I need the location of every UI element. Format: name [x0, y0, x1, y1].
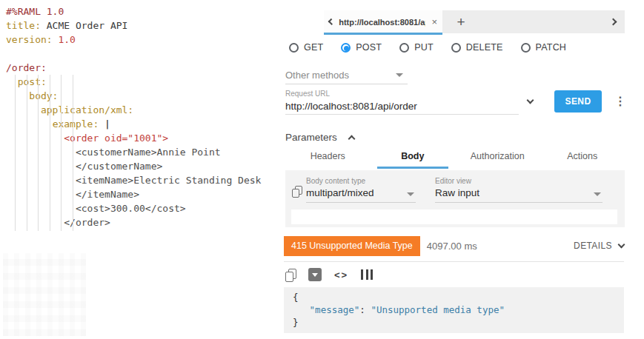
dropdown-arrow-icon: [594, 192, 601, 196]
screenshot-root: #%RAML 1.0title: ACME Order APIversion: …: [0, 0, 644, 339]
code-line: <order oid="1001">: [6, 131, 302, 145]
response-toolbar: <>: [285, 268, 373, 281]
chevron-down-icon: [618, 241, 625, 248]
code-line: <itemName>Electric Standing Desk: [6, 173, 302, 187]
request-url-label: Request URL: [285, 90, 330, 98]
json-line: }: [293, 316, 615, 329]
editor-view-label: Editor view: [435, 177, 602, 185]
active-tab-underline: [377, 167, 448, 169]
divider: [284, 261, 624, 262]
status-badge: 415 Unsupported Media Type: [284, 236, 420, 256]
code-line: example: |: [6, 117, 302, 131]
kebab-menu-icon[interactable]: ⋮: [614, 93, 626, 110]
active-tab-underline: [324, 33, 442, 35]
code-line: application/xml:: [6, 103, 302, 117]
parameters-header[interactable]: Parameters: [285, 132, 354, 143]
method-radio-delete[interactable]: DELETE: [451, 42, 503, 53]
params-tabs: HeadersBodyAuthorizationActions: [285, 147, 625, 169]
tab-headers[interactable]: Headers: [285, 147, 371, 169]
editor-view-select[interactable]: Editor view Raw input: [435, 177, 602, 203]
code-line: version: 1.0: [6, 33, 302, 47]
tab-scroll-left-icon[interactable]: [328, 19, 334, 25]
method-label: PUT: [414, 42, 434, 53]
radio-icon[interactable]: [399, 43, 409, 53]
editor-view-value: Raw input: [435, 187, 602, 198]
tab-scroll-right-icon[interactable]: [610, 19, 617, 26]
details-label: DETAILS: [574, 241, 612, 251]
copy-icon[interactable]: [292, 186, 302, 198]
code-line: body:: [6, 89, 302, 103]
send-button[interactable]: SEND: [554, 90, 602, 113]
url-expand-icon[interactable]: [527, 97, 534, 104]
code-line: title: ACME Order API: [6, 19, 302, 33]
radio-icon[interactable]: [341, 43, 351, 53]
other-methods-dropdown[interactable]: Other methods: [285, 67, 408, 84]
code-line: </customerName>: [6, 159, 302, 173]
details-toggle[interactable]: DETAILS: [574, 241, 624, 251]
method-label: POST: [356, 42, 382, 53]
body-editor-panel: Body content type multipart/mixed Editor…: [285, 170, 625, 227]
radio-icon[interactable]: [289, 43, 299, 53]
method-radio-put[interactable]: PUT: [399, 42, 434, 53]
body-content-type-label: Body content type: [306, 177, 416, 185]
code-line: <customerName>Annie Point: [6, 145, 302, 159]
method-radio-get[interactable]: GET: [289, 42, 323, 53]
body-content-type-value: multipart/mixed: [306, 187, 416, 198]
save-response-icon[interactable]: [308, 268, 322, 281]
table-view-icon[interactable]: [361, 269, 373, 280]
request-tab[interactable]: http://localhost:8081/api/... ×: [324, 10, 442, 33]
code-line: post:: [6, 75, 302, 89]
json-line: "message": "Unsupported media type": [293, 303, 615, 316]
raml-code-editor: #%RAML 1.0title: ACME Order APIversion: …: [6, 4, 302, 229]
radio-icon[interactable]: [451, 43, 461, 53]
code-line: #%RAML 1.0: [6, 4, 302, 19]
code-view-icon[interactable]: <>: [334, 269, 348, 281]
code-line: [6, 47, 302, 61]
dropdown-arrow-icon: [407, 192, 414, 196]
response-status-row: 415 Unsupported Media Type 4097.00 ms DE…: [284, 235, 624, 256]
tab-bar: http://localhost:8081/api/... × +: [324, 10, 625, 33]
copy-response-icon[interactable]: [285, 269, 296, 281]
methods-row: GETPOSTPUTDELETEPATCH: [289, 42, 566, 53]
tab-authorization[interactable]: Authorization: [455, 147, 540, 169]
code-line: </itemName>: [6, 187, 302, 201]
watermark-pattern: [3, 253, 86, 336]
code-lines: #%RAML 1.0title: ACME Order APIversion: …: [6, 4, 302, 229]
other-methods-label: Other methods: [285, 70, 349, 81]
tab-title: http://localhost:8081/api/...: [339, 18, 425, 27]
request-url-input[interactable]: [285, 98, 519, 115]
code-line: /order:: [6, 61, 302, 75]
parameters-title: Parameters: [285, 132, 337, 143]
method-radio-post[interactable]: POST: [341, 42, 382, 53]
response-body: { "message": "Unsupported media type"}: [284, 287, 624, 333]
method-radio-patch[interactable]: PATCH: [521, 42, 567, 53]
response-time: 4097.00 ms: [427, 241, 477, 252]
code-line: </order>: [6, 215, 302, 229]
raw-body-input[interactable]: [291, 209, 617, 224]
body-content-type-select[interactable]: Body content type multipart/mixed: [306, 177, 416, 203]
collapse-icon[interactable]: [348, 135, 355, 142]
method-label: PATCH: [536, 42, 567, 53]
tab-actions[interactable]: Actions: [540, 147, 625, 169]
json-line: {: [293, 291, 615, 303]
method-label: GET: [304, 42, 323, 53]
tab-body[interactable]: Body: [371, 147, 456, 169]
code-line: <cost>300.00</cost>: [6, 201, 302, 215]
radio-icon[interactable]: [521, 43, 531, 53]
tab-close-icon[interactable]: ×: [431, 16, 437, 27]
dropdown-arrow-icon: [396, 73, 403, 77]
new-tab-button[interactable]: +: [450, 10, 472, 33]
method-label: DELETE: [466, 42, 503, 53]
